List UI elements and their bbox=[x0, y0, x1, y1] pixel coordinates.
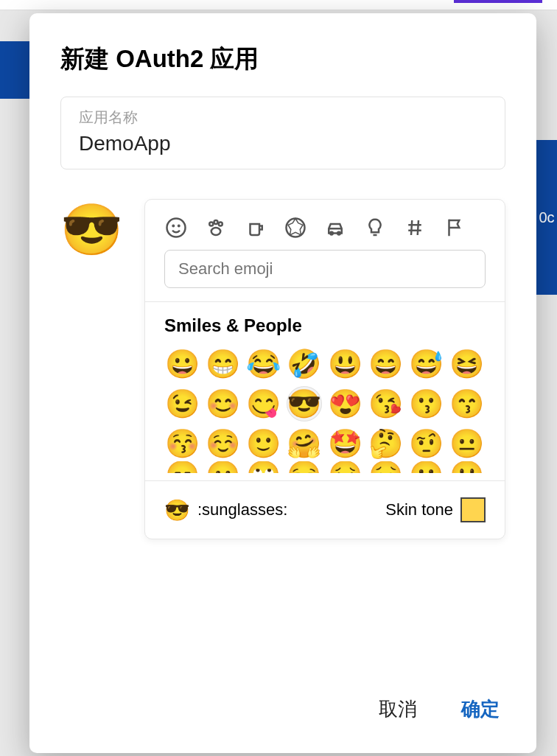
emoji-option[interactable]: 🤣 bbox=[287, 346, 322, 382]
svg-point-1 bbox=[173, 225, 175, 227]
emoji-option[interactable]: 😄 bbox=[368, 346, 403, 382]
modal-title: 新建 OAuth2 应用 bbox=[29, 43, 536, 97]
emoji-option[interactable]: 😘 bbox=[368, 386, 403, 421]
emoji-search-input[interactable] bbox=[164, 250, 486, 288]
emoji-option[interactable]: 😥 bbox=[368, 461, 403, 473]
svg-point-6 bbox=[211, 228, 221, 235]
car-icon[interactable] bbox=[323, 216, 347, 239]
emoji-option[interactable]: 😮 bbox=[409, 461, 444, 473]
emoji-option[interactable]: 🤩 bbox=[327, 426, 362, 461]
skin-tone-selector[interactable]: Skin tone bbox=[385, 497, 486, 522]
emoji-option[interactable]: 😅 bbox=[409, 346, 444, 382]
emoji-option[interactable]: 😐 bbox=[449, 426, 485, 461]
emoji-grid: 😀 😁 😂 🤣 😃 😄 😅 😆 😉 😊 😋 😎 😍 😘 bbox=[164, 346, 486, 461]
cup-icon[interactable] bbox=[244, 216, 267, 239]
picker-footer: 😎 :sunglasses: Skin tone bbox=[145, 481, 505, 539]
emoji-option[interactable]: 😙 bbox=[449, 386, 485, 421]
emoji-option[interactable]: 😍 bbox=[327, 386, 362, 421]
modal-body: 应用名称 😎 bbox=[29, 97, 536, 671]
emoji-option[interactable]: 😋 bbox=[246, 386, 281, 421]
soccer-icon[interactable] bbox=[284, 216, 307, 239]
emoji-section: 😎 bbox=[60, 199, 505, 539]
emoji-option-selected[interactable]: 😎 bbox=[287, 386, 322, 421]
emoji-grid-partial: 😑 😶 🙄 😏 😣 😥 😮 🤐 bbox=[164, 461, 486, 473]
backdrop-right-text: 0c bbox=[539, 209, 554, 226]
bulb-icon[interactable] bbox=[363, 216, 387, 239]
flag-icon[interactable] bbox=[443, 216, 466, 239]
cancel-button[interactable]: 取消 bbox=[379, 696, 417, 722]
picker-category-tabs bbox=[145, 200, 505, 250]
picker-body: Smiles & People 😀 😁 😂 🤣 😃 😄 😅 😆 😉 😊 😋 bbox=[145, 302, 505, 480]
svg-point-4 bbox=[214, 220, 218, 224]
svg-point-5 bbox=[219, 223, 223, 226]
emoji-option[interactable]: 🙂 bbox=[246, 426, 281, 461]
skin-tone-swatch[interactable] bbox=[460, 497, 486, 522]
paw-icon[interactable] bbox=[204, 216, 228, 239]
emoji-option[interactable]: 😃 bbox=[327, 346, 362, 382]
smiley-icon[interactable] bbox=[164, 216, 188, 239]
emoji-option[interactable]: 😚 bbox=[164, 426, 200, 461]
footer-emoji-preview: 😎 bbox=[164, 498, 190, 522]
app-name-input[interactable] bbox=[79, 132, 487, 155]
emoji-option[interactable]: 😣 bbox=[327, 461, 362, 473]
modal-actions: 取消 确定 bbox=[29, 671, 536, 753]
svg-point-2 bbox=[178, 225, 180, 227]
svg-point-7 bbox=[287, 219, 305, 237]
emoji-option[interactable]: 🤔 bbox=[368, 426, 403, 461]
emoji-option[interactable]: 😶 bbox=[205, 461, 240, 473]
emoji-option[interactable]: 😉 bbox=[164, 386, 200, 421]
emoji-option[interactable]: 😗 bbox=[409, 386, 444, 421]
emoji-option[interactable]: 😏 bbox=[287, 461, 322, 473]
emoji-option[interactable]: 🤐 bbox=[449, 461, 485, 473]
selected-emoji-preview[interactable]: 😎 bbox=[60, 199, 122, 261]
emoji-option[interactable]: 😁 bbox=[205, 346, 240, 382]
category-title: Smiles & People bbox=[164, 315, 486, 336]
emoji-option[interactable]: 😑 bbox=[164, 461, 200, 473]
emoji-picker: Smiles & People 😀 😁 😂 🤣 😃 😄 😅 😆 😉 😊 😋 bbox=[144, 199, 505, 539]
hash-icon[interactable] bbox=[403, 216, 427, 239]
create-oauth2-app-modal: 新建 OAuth2 应用 应用名称 😎 bbox=[29, 13, 536, 753]
backdrop-panel-right: 0c bbox=[536, 140, 557, 295]
svg-point-0 bbox=[167, 219, 186, 237]
emoji-option[interactable]: 🤨 bbox=[409, 426, 444, 461]
backdrop-button-left bbox=[0, 41, 29, 99]
footer-shortcode: :sunglasses: bbox=[197, 500, 287, 519]
emoji-option[interactable]: 😆 bbox=[449, 346, 485, 382]
emoji-option[interactable]: ☺️ bbox=[205, 426, 240, 461]
emoji-option[interactable]: 😂 bbox=[246, 346, 281, 382]
backdrop-accent-bar bbox=[454, 0, 542, 3]
emoji-option[interactable]: 🤗 bbox=[287, 426, 322, 461]
app-name-field[interactable]: 应用名称 bbox=[60, 97, 505, 169]
emoji-option[interactable]: 😀 bbox=[164, 346, 200, 382]
emoji-shortcode-preview: 😎 :sunglasses: bbox=[164, 498, 287, 522]
picker-search-wrap bbox=[145, 250, 505, 301]
emoji-option[interactable]: 🙄 bbox=[246, 461, 281, 473]
confirm-button[interactable]: 确定 bbox=[461, 696, 500, 722]
app-name-label: 应用名称 bbox=[79, 108, 487, 127]
emoji-option[interactable]: 😊 bbox=[205, 386, 240, 421]
skin-tone-label: Skin tone bbox=[385, 500, 453, 519]
svg-point-3 bbox=[209, 223, 213, 226]
